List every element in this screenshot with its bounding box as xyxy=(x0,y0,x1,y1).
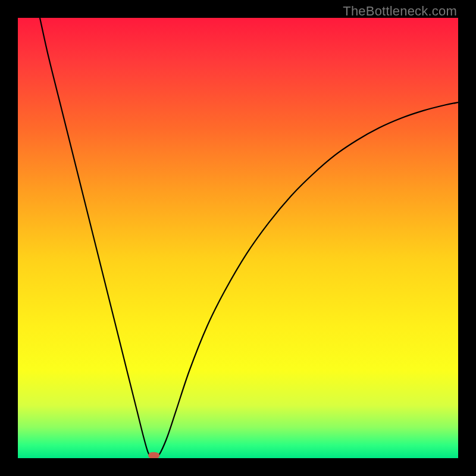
watermark-text: TheBottleneck.com xyxy=(343,4,457,19)
chart-frame xyxy=(0,0,476,476)
